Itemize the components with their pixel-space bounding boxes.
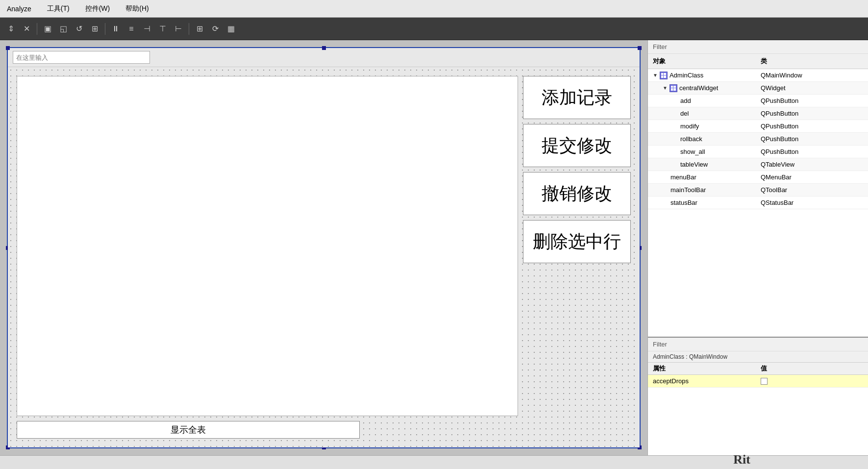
tree-object-name: mainToolBar [670, 186, 706, 194]
toolbar-grid-btn[interactable]: ⊞ [193, 22, 206, 36]
tree-header: 对象 类 [648, 54, 868, 69]
toolbar-adjust-btn[interactable]: ⇕ [4, 22, 18, 36]
tree-row[interactable]: rollbackQPushButton [648, 133, 868, 146]
rollback-button[interactable]: 撤销修改 [523, 172, 631, 215]
table-view[interactable] [17, 76, 518, 416]
tree-row[interactable]: addQPushButton [648, 95, 868, 107]
tree-row-name: show_all [648, 148, 756, 155]
tree-row-name: ▼centralWidget [648, 84, 756, 92]
tree-header-object: 对象 [648, 56, 756, 67]
props-header-attr: 属性 [648, 363, 756, 374]
tree-body: ▼AdminClassQMainWindow▼centralWidgetQWid… [648, 69, 868, 337]
submit-modify-button[interactable]: 提交修改 [523, 124, 631, 167]
toolbar-sep-1 [37, 23, 37, 35]
toolbar: ⇕ ✕ ▣ ◱ ↺ ⊞ ⏸ ≡ ⊣ ⊤ ⊢ ⊞ ⟳ ▦ [0, 18, 868, 40]
tree-object-name: AdminClass [670, 72, 703, 79]
props-subtitle: AdminClass : QMainWindow [648, 351, 868, 363]
tree-class-name: QPushButton [756, 123, 868, 130]
properties-section: Filter AdminClass : QMainWindow 属性 值 acc… [648, 338, 868, 455]
tree-arrow-icon[interactable]: ▼ [663, 85, 668, 91]
toolbar-sep-3 [189, 23, 189, 35]
tree-row-name: modify [648, 123, 756, 130]
toolbar-btn-3[interactable]: ↺ [72, 22, 86, 36]
menu-bar: Analyze 工具(T) 控件(W) 帮助(H) [0, 0, 868, 18]
acceptdrops-checkbox[interactable] [761, 378, 768, 385]
tree-object-name: rollback [680, 135, 702, 143]
tree-row[interactable]: statusBarQStatusBar [648, 197, 868, 209]
search-area [8, 48, 640, 67]
tree-row-name: ▼AdminClass [648, 72, 756, 79]
menu-tools[interactable]: 工具(T) [44, 3, 73, 14]
tree-row[interactable]: delQPushButton [648, 107, 868, 120]
toolbar-list-btn[interactable]: ≡ [124, 22, 138, 36]
tree-row-name: statusBar [648, 199, 756, 206]
props-name-acceptdrops: acceptDrops [648, 377, 756, 385]
right-panel: Filter 对象 类 ▼AdminClassQMainWindow▼centr… [647, 40, 868, 455]
props-header-value: 值 [756, 363, 772, 374]
tree-class-name: QStatusBar [756, 199, 868, 206]
tree-row-name: rollback [648, 135, 756, 143]
tree-class-name: QPushButton [756, 97, 868, 104]
tree-class-name: QPushButton [756, 135, 868, 143]
tree-row[interactable]: show_allQPushButton [648, 146, 868, 158]
handle-tl[interactable] [6, 46, 10, 50]
props-row[interactable]: acceptDrops [648, 375, 868, 388]
tree-object-name: show_all [680, 148, 705, 155]
tree-object-name: modify [680, 123, 699, 130]
tree-row-name: mainToolBar [648, 186, 756, 194]
tree-row[interactable]: modifyQPushButton [648, 120, 868, 133]
tree-arrow-icon[interactable]: ▼ [653, 73, 658, 78]
tree-object-name: del [680, 110, 689, 117]
tree-row[interactable]: mainToolBarQToolBar [648, 184, 868, 197]
add-record-button[interactable]: 添加记录 [523, 76, 631, 119]
tree-object-name: menuBar [670, 173, 696, 181]
tree-row-name: del [648, 110, 756, 117]
status-bar: Rit [0, 455, 868, 469]
menu-analyze[interactable]: Analyze [4, 4, 34, 14]
buttons-column: 添加记录 提交修改 撤销修改 删除选中行 [523, 76, 631, 416]
tree-row-name: tableView [648, 161, 756, 168]
handle-tm[interactable] [322, 46, 326, 50]
form-content: 添加记录 提交修改 撤销修改 删除选中行 [12, 71, 636, 421]
toolbar-pause-btn[interactable]: ⏸ [109, 22, 123, 36]
toolbar-btn-4[interactable]: ⊞ [88, 22, 101, 36]
toolbar-center-btn[interactable]: ⊤ [156, 22, 170, 36]
tree-class-name: QMainWindow [756, 72, 868, 79]
toolbar-refresh-btn[interactable]: ⟳ [208, 22, 222, 36]
props-header: 属性 值 [648, 363, 868, 375]
delete-row-button[interactable]: 删除选中行 [523, 220, 631, 263]
tree-row[interactable]: menuBarQMenuBar [648, 171, 868, 184]
menu-help[interactable]: 帮助(H) [123, 3, 151, 14]
tree-header-class: 类 [756, 56, 772, 67]
show-all-button[interactable]: 显示全表 [17, 421, 360, 439]
handle-tr[interactable] [638, 46, 642, 50]
tree-row[interactable]: ▼centralWidgetQWidget [648, 82, 868, 95]
toolbar-btn-2[interactable]: ◱ [56, 22, 70, 36]
tree-class-name: QPushButton [756, 110, 868, 117]
tree-row[interactable]: ▼AdminClassQMainWindow [648, 69, 868, 82]
tree-object-name: add [680, 97, 691, 104]
tree-class-name: QPushButton [756, 148, 868, 155]
tree-object-name: statusBar [670, 199, 697, 206]
tree-class-name: QToolBar [756, 186, 868, 194]
widget-icon [660, 72, 668, 79]
toolbar-photo-btn[interactable]: ▦ [224, 22, 238, 36]
tree-class-name: QMenuBar [756, 173, 868, 181]
tree-row[interactable]: tableViewQTableView [648, 158, 868, 171]
filter-bottom: Filter [648, 338, 868, 351]
search-input[interactable] [13, 51, 150, 64]
widget-icon [670, 84, 677, 92]
main-area: 添加记录 提交修改 撤销修改 删除选中行 显示全表 Filter 对象 类 [0, 40, 868, 455]
object-tree-section: Filter 对象 类 ▼AdminClassQMainWindow▼centr… [648, 40, 868, 338]
form-window: 添加记录 提交修改 撤销修改 删除选中行 显示全表 [7, 47, 641, 448]
toolbar-right-btn[interactable]: ⊢ [172, 22, 185, 36]
show-all-row: 显示全表 [12, 421, 636, 444]
menu-widgets[interactable]: 控件(W) [82, 3, 113, 14]
tree-class-name: QWidget [756, 84, 868, 92]
toolbar-close-btn[interactable]: ✕ [20, 22, 33, 36]
props-body: acceptDrops [648, 375, 868, 455]
toolbar-sep-2 [105, 23, 105, 35]
rit-label: Rit [733, 452, 750, 467]
toolbar-left-btn[interactable]: ⊣ [140, 22, 154, 36]
toolbar-btn-1[interactable]: ▣ [41, 22, 54, 36]
